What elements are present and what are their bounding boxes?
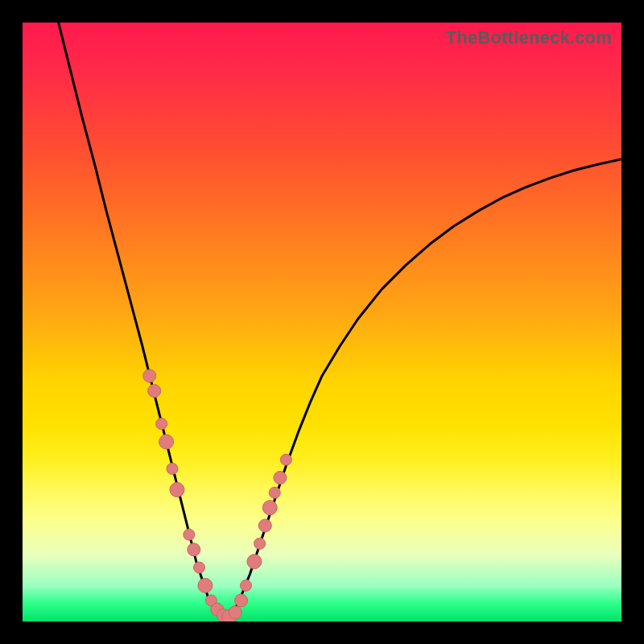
data-marker — [170, 482, 184, 497]
data-marker — [269, 487, 280, 498]
data-marker — [184, 529, 195, 540]
data-marker — [159, 435, 174, 449]
data-marker — [198, 578, 213, 592]
chart-frame: TheBottleneck.com — [0, 0, 644, 644]
data-marker — [235, 594, 248, 607]
data-marker — [167, 463, 178, 474]
data-marker — [148, 385, 161, 398]
data-marker — [258, 519, 271, 532]
data-marker — [188, 543, 200, 556]
data-marker — [254, 538, 266, 549]
data-marker — [241, 580, 252, 591]
data-marker — [262, 501, 277, 515]
data-marker — [247, 555, 262, 569]
chart-svg — [23, 23, 621, 621]
bottleneck-curve — [59, 23, 621, 617]
plot-area: TheBottleneck.com — [23, 23, 621, 621]
data-marker — [193, 562, 204, 573]
data-marker — [280, 454, 291, 465]
data-marker — [274, 471, 287, 484]
data-marker — [156, 418, 167, 429]
data-marker — [229, 606, 242, 619]
data-marker — [143, 369, 156, 382]
